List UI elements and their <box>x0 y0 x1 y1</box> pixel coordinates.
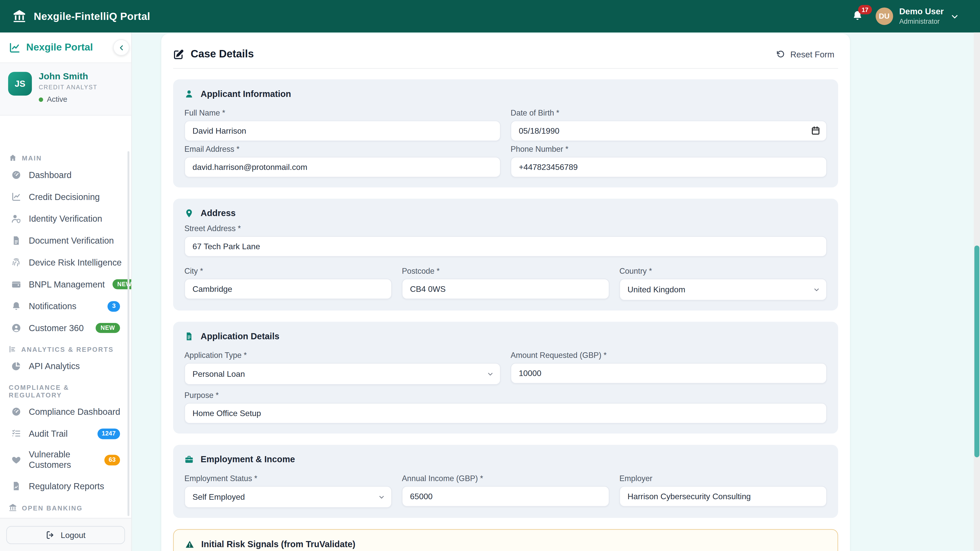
chart-line-icon <box>9 41 21 54</box>
map-pin-icon <box>184 208 194 218</box>
sidebar-item-identity-verification[interactable]: Identity Verification <box>5 209 126 228</box>
sidebar-nav: MAIN Dashboard Credit Decisioning Identi… <box>0 148 131 519</box>
panel-application-details: Application Details Application Type * P… <box>173 322 838 433</box>
postcode-input[interactable] <box>402 279 609 299</box>
panel-applicant-information: Applicant Information Full Name * Date o… <box>173 79 838 187</box>
header-divider <box>173 68 838 68</box>
case-details-card: Case Details Reset Form Applicant Inform… <box>161 34 850 551</box>
count-badge: 1247 <box>97 428 120 439</box>
calendar-icon[interactable] <box>811 125 821 135</box>
top-bar: Nexgile-FintelliQ Portal 17 DU Demo User… <box>0 0 980 32</box>
top-bar-right: 17 DU Demo User Administrator <box>852 7 980 26</box>
chevron-down-icon <box>950 11 959 21</box>
field-city: City * <box>184 267 392 300</box>
sidebar-item-document-verification[interactable]: Document Verification <box>5 231 126 250</box>
bank-icon <box>9 503 17 512</box>
app-brand: Nexgile-FintelliQ Portal <box>0 10 150 23</box>
sidebar-brand-label: Nexgile Portal <box>26 42 93 53</box>
heart-icon <box>11 455 21 465</box>
logout-button[interactable]: Logout <box>6 526 125 544</box>
bar-chart-icon <box>9 345 16 353</box>
pie-chart-icon <box>11 361 21 371</box>
wallet-icon <box>11 279 21 289</box>
field-application-type: Application Type * Personal Loan <box>184 351 501 385</box>
user-shield-icon <box>11 214 21 224</box>
date-of-birth-input[interactable] <box>511 121 827 141</box>
purpose-input[interactable] <box>184 403 827 424</box>
page-scrollbar-track[interactable] <box>974 32 980 551</box>
gauge-icon <box>11 170 21 180</box>
field-employer: Employer <box>619 474 827 508</box>
chart-line-icon <box>11 192 21 202</box>
employment-status-select[interactable]: Self Employed <box>184 486 392 508</box>
field-full-name: Full Name * <box>184 109 501 141</box>
sidebar-profile-card: JS John Smith CREDIT ANALYST Active <box>0 63 131 116</box>
status-dot <box>39 97 43 102</box>
sidebar-item-bnpl-management[interactable]: BNPL Management NEW <box>5 275 126 294</box>
rotate-ccw-icon <box>776 50 785 59</box>
logout-label: Logout <box>61 530 86 540</box>
chevron-down-icon <box>486 370 494 378</box>
page-title: Case Details <box>191 48 254 61</box>
full-name-input[interactable] <box>184 121 501 141</box>
count-badge: 63 <box>104 454 120 465</box>
file-chart-icon <box>11 481 21 491</box>
application-type-select[interactable]: Personal Loan <box>184 363 501 385</box>
sidebar-item-vulnerable-customers[interactable]: Vulnerable Customers 63 <box>5 446 126 474</box>
file-text-icon <box>11 235 21 245</box>
field-postcode: Postcode * <box>402 267 609 300</box>
sidebar-item-audit-trail[interactable]: Audit Trail 1247 <box>5 424 126 443</box>
person-icon <box>184 89 194 98</box>
employer-input[interactable] <box>619 486 827 507</box>
card-header: Case Details Reset Form <box>173 41 838 68</box>
sidebar-item-notifications[interactable]: Notifications 3 <box>5 297 126 315</box>
sidebar-item-device-risk-intelligence[interactable]: Device Risk Intelligence <box>5 253 126 272</box>
list-check-icon <box>11 429 21 438</box>
email-input[interactable] <box>184 157 501 178</box>
user-avatar: DU <box>875 7 893 25</box>
amount-requested-input[interactable] <box>511 363 827 384</box>
field-email: Email Address * <box>184 145 501 177</box>
sidebar-item-credit-decisioning[interactable]: Credit Decisioning <box>5 187 126 206</box>
profile-meta: John Smith CREDIT ANALYST Active <box>39 71 97 107</box>
nav-section-analytics: ANALYTICS & REPORTS <box>9 345 123 353</box>
user-role: Administrator <box>899 17 944 25</box>
new-badge: NEW <box>96 323 120 333</box>
app-title: Nexgile-FintelliQ Portal <box>34 10 150 22</box>
field-annual-income: Annual Income (GBP) * <box>402 474 609 508</box>
sidebar-scrollbar[interactable] <box>127 151 129 516</box>
annual-income-input[interactable] <box>402 486 609 507</box>
warning-triangle-icon <box>185 540 194 549</box>
file-icon <box>184 331 194 341</box>
chevron-down-icon <box>377 493 386 501</box>
phone-input[interactable] <box>511 157 827 178</box>
city-input[interactable] <box>184 279 392 299</box>
panel-title-row: Employment & Income <box>184 454 827 464</box>
user-name: Demo User <box>899 7 944 17</box>
panel-title-row: Application Details <box>184 331 827 341</box>
nav-section-main: MAIN <box>9 154 123 162</box>
country-select[interactable]: United Kingdom <box>619 279 827 300</box>
reset-form-button[interactable]: Reset Form <box>773 49 838 60</box>
sidebar-item-compliance-dashboard[interactable]: Compliance Dashboard <box>5 402 126 421</box>
sidebar-item-api-analytics[interactable]: API Analytics <box>5 357 126 375</box>
panel-title-row: Address <box>184 208 827 218</box>
user-meta: Demo User Administrator <box>899 7 944 26</box>
panel-address: Address Street Address * City * Postcode… <box>173 199 838 310</box>
notifications-bell-button[interactable]: 17 <box>852 10 864 22</box>
field-date-of-birth: Date of Birth * <box>511 109 827 141</box>
street-address-input[interactable] <box>184 236 827 257</box>
sidebar-item-regulatory-reports[interactable]: Regulatory Reports <box>5 477 126 495</box>
nav-section-open-banking: OPEN BANKING <box>9 503 123 512</box>
panel-title-row: Applicant Information <box>184 89 827 99</box>
sidebar-item-customer-360[interactable]: Customer 360 NEW <box>5 319 126 337</box>
sidebar-collapse-button[interactable] <box>113 39 129 56</box>
page-scrollbar-thumb[interactable] <box>974 245 980 457</box>
sidebar-item-dashboard[interactable]: Dashboard <box>5 165 126 184</box>
status-label: Active <box>47 95 67 104</box>
logout-icon <box>46 530 55 540</box>
user-circle-icon <box>11 323 21 333</box>
user-menu[interactable]: DU Demo User Administrator <box>875 7 959 26</box>
main-content: Case Details Reset Form Applicant Inform… <box>131 32 974 551</box>
notification-count-badge: 17 <box>858 5 872 14</box>
